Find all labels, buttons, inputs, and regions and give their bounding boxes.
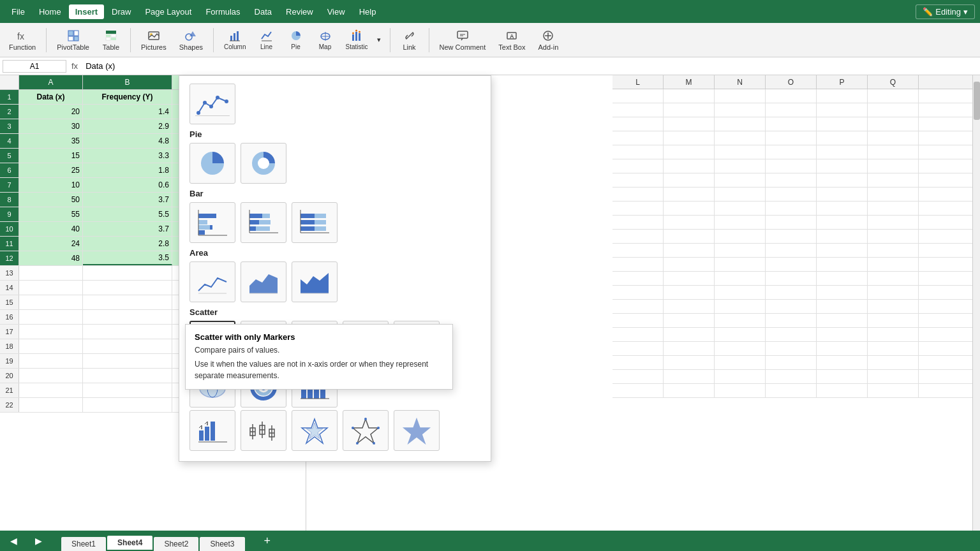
cell-A3[interactable]: 30 [19, 119, 83, 133]
right-cell[interactable] [817, 314, 868, 328]
right-cell[interactable] [612, 356, 664, 370]
right-cell[interactable] [868, 131, 919, 145]
right-cell[interactable] [817, 272, 868, 286]
area-filled-full-btn[interactable] [292, 261, 338, 302]
right-cell[interactable] [817, 216, 868, 230]
cell-A2[interactable]: 20 [19, 105, 83, 119]
bar-100pct-btn[interactable] [292, 202, 338, 243]
pivottable-btn[interactable]: PivotTable [52, 26, 94, 54]
right-cell[interactable] [612, 187, 664, 202]
right-cell[interactable] [766, 356, 817, 370]
col-header-A[interactable]: A [19, 75, 83, 89]
cell-B4[interactable]: 4.8 [83, 134, 172, 148]
cell-B8[interactable]: 3.7 [83, 193, 172, 207]
right-cell[interactable] [612, 89, 664, 103]
editing-button[interactable]: ✏️ Editing ▾ [916, 4, 975, 19]
right-cell[interactable] [715, 370, 766, 384]
cell-A17[interactable] [19, 325, 83, 339]
right-cell[interactable] [766, 370, 817, 384]
right-cell[interactable] [664, 272, 715, 286]
function-btn[interactable]: fx Function [4, 26, 41, 54]
right-cell[interactable] [868, 370, 919, 384]
right-cell[interactable] [664, 131, 715, 145]
right-cell[interactable] [715, 131, 766, 145]
right-cell[interactable] [715, 328, 766, 342]
right-cell[interactable] [766, 117, 817, 131]
menu-view[interactable]: View [321, 4, 352, 19]
right-cell[interactable] [868, 145, 919, 159]
menu-insert[interactable]: Insert [69, 4, 104, 19]
table-btn[interactable]: Table [97, 26, 125, 54]
right-cell[interactable] [868, 300, 919, 314]
cell-B21[interactable] [83, 383, 172, 397]
cell-B5[interactable]: 3.3 [83, 149, 172, 163]
right-cell[interactable] [715, 258, 766, 272]
formula-input[interactable] [83, 61, 977, 71]
right-cell[interactable] [817, 300, 868, 314]
right-cell[interactable] [664, 244, 715, 258]
right-cell[interactable] [612, 342, 664, 356]
right-cell[interactable] [766, 103, 817, 117]
cell-B13[interactable] [83, 266, 172, 280]
col-header-M[interactable]: M [664, 75, 715, 89]
pictures-btn[interactable]: Pictures [136, 26, 172, 54]
right-cell[interactable] [766, 314, 817, 328]
right-cell[interactable] [715, 244, 766, 258]
right-cell[interactable] [612, 131, 664, 145]
right-cell[interactable] [664, 187, 715, 202]
cell-A16[interactable] [19, 310, 83, 324]
column-chart-btn[interactable]: Column [219, 26, 251, 54]
right-cell[interactable] [868, 244, 919, 258]
right-cell[interactable] [868, 216, 919, 230]
right-cell[interactable] [868, 286, 919, 300]
right-cell[interactable] [868, 159, 919, 173]
right-cell[interactable] [612, 384, 664, 398]
cell-B18[interactable] [83, 339, 172, 353]
cell-A22[interactable] [19, 398, 83, 412]
right-cell[interactable] [715, 216, 766, 230]
link-btn[interactable]: Link [396, 26, 424, 54]
right-cell[interactable] [817, 131, 868, 145]
right-cell[interactable] [766, 187, 817, 202]
right-cell[interactable] [766, 230, 817, 244]
right-cell[interactable] [664, 328, 715, 342]
right-cell[interactable] [664, 216, 715, 230]
cell-B14[interactable] [83, 281, 172, 295]
cell-B22[interactable] [83, 398, 172, 412]
right-cell[interactable] [817, 117, 868, 131]
right-cell[interactable] [612, 286, 664, 300]
right-cell[interactable] [766, 159, 817, 173]
right-cell[interactable] [612, 117, 664, 131]
col-header-L[interactable]: L [612, 75, 664, 89]
cell-B2[interactable]: 1.4 [83, 105, 172, 119]
shapes-btn[interactable]: Shapes [174, 26, 208, 54]
right-cell[interactable] [612, 173, 664, 187]
radar-chart-btn-2[interactable] [343, 410, 389, 451]
right-cell[interactable] [766, 272, 817, 286]
right-cell[interactable] [715, 314, 766, 328]
addin-btn[interactable]: Add-in [533, 26, 563, 54]
cell-A9[interactable]: 55 [19, 207, 83, 221]
right-cell[interactable] [715, 356, 766, 370]
right-cell[interactable] [715, 103, 766, 117]
right-cell[interactable] [868, 384, 919, 398]
right-cell[interactable] [817, 202, 868, 216]
right-cell[interactable] [715, 159, 766, 173]
combo-chart-btn[interactable] [189, 410, 235, 451]
menu-draw[interactable]: Draw [105, 4, 137, 19]
cell-B17[interactable] [83, 325, 172, 339]
cell-A13[interactable] [19, 266, 83, 280]
right-cell[interactable] [868, 117, 919, 131]
right-cell[interactable] [817, 230, 868, 244]
right-cell[interactable] [766, 300, 817, 314]
right-cell[interactable] [612, 145, 664, 159]
right-cell[interactable] [715, 286, 766, 300]
right-cell[interactable] [817, 286, 868, 300]
right-cell[interactable] [817, 145, 868, 159]
text-box-btn[interactable]: A Text Box [493, 26, 530, 54]
menu-review[interactable]: Review [279, 4, 320, 19]
cell-B20[interactable] [83, 369, 172, 383]
cell-A21[interactable] [19, 383, 83, 397]
line-chart-btn[interactable]: Line [253, 26, 281, 54]
cell-B6[interactable]: 1.8 [83, 163, 172, 177]
